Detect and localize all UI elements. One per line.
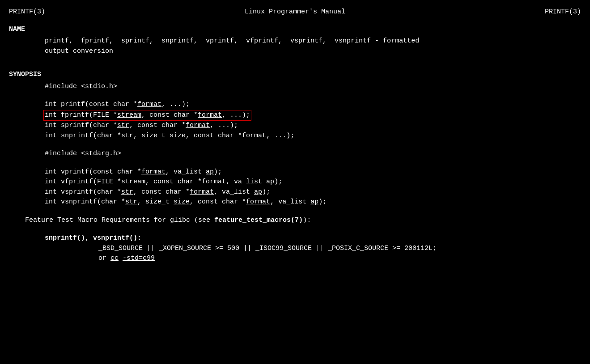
func-printf: int printf(const char *format, ...); — [45, 100, 581, 110]
feature-or-line: or cc -std=c99 — [98, 254, 581, 264]
synopsis-title: SYNOPSIS — [9, 70, 581, 80]
feature-item1-label: snprintf(), vsnprintf(): — [45, 233, 581, 244]
name-content: printf, fprintf, sprintf, snprintf, vpri… — [9, 36, 581, 56]
name-line1: printf, fprintf, sprintf, snprintf, vpri… — [45, 36, 581, 47]
feature-intro-line: Feature Test Macro Requirements for glib… — [9, 216, 581, 226]
man-page: PRINTF(3) Linux Programmer's Manual PRIN… — [9, 7, 581, 264]
section-name-title: NAME — [9, 25, 581, 35]
section-synopsis: SYNOPSIS #include <stdio.h> int printf(c… — [9, 70, 581, 207]
section-feature: Feature Test Macro Requirements for glib… — [9, 216, 581, 264]
section-name: NAME printf, fprintf, sprintf, snprintf,… — [9, 25, 581, 57]
include-stdio: #include <stdio.h> — [45, 82, 581, 92]
func-vfprintf: int vfprintf(FILE *stream, const char *f… — [45, 177, 581, 187]
header-left: PRINTF(3) — [9, 7, 45, 17]
header-right: PRINTF(3) — [545, 7, 581, 17]
func-vsprintf: int vsprintf(char *str, const char *form… — [45, 187, 581, 198]
include-stdarg: #include <stdarg.h> — [45, 149, 581, 159]
feature-item1-values: _BSD_SOURCE || _XOPEN_SOURCE >= 500 || _… — [45, 244, 581, 264]
feature-intro: Feature Test Macro Requirements for glib… — [9, 216, 581, 226]
func-snprintf: int snprintf(char *str, size_t size, con… — [45, 131, 581, 141]
feature-items: snprintf(), vsnprintf(): _BSD_SOURCE || … — [9, 233, 581, 264]
synopsis-block: #include <stdio.h> int printf(const char… — [9, 82, 581, 207]
func-vprintf: int vprintf(const char *format, va_list … — [45, 167, 581, 178]
header-center: Linux Programmer's Manual — [45, 7, 545, 17]
func-vsnprintf: int vsnprintf(char *str, size_t size, co… — [45, 197, 581, 207]
feature-bsd-source-line: _BSD_SOURCE || _XOPEN_SOURCE >= 500 || _… — [98, 244, 581, 254]
func-sprintf: int sprintf(char *str, const char *forma… — [45, 121, 581, 131]
man-header: PRINTF(3) Linux Programmer's Manual PRIN… — [9, 7, 581, 17]
func-fprintf: int fprintf(FILE *stream, const char *fo… — [45, 110, 581, 121]
name-line2: output conversion — [45, 47, 581, 57]
